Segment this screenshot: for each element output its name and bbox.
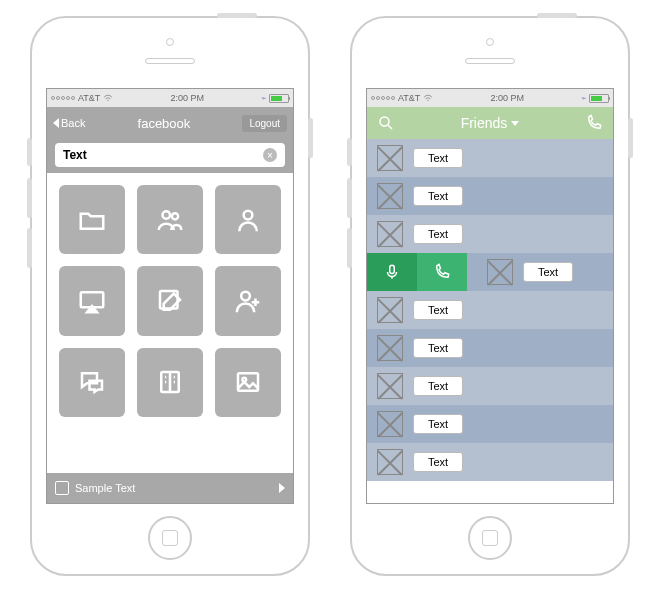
person-icon <box>233 205 263 235</box>
phone-mockup-right: AT&T 2:00 PM ⌁ Friends TextTextTextTextT… <box>350 16 630 576</box>
volume-down <box>347 228 352 268</box>
clock-label: 2:00 PM <box>170 93 204 103</box>
chevron-right-icon <box>279 483 285 493</box>
clear-icon[interactable]: × <box>263 148 277 162</box>
tile-airplay[interactable] <box>59 266 125 335</box>
chevron-left-icon <box>53 118 59 128</box>
svg-point-2 <box>244 210 253 219</box>
earpiece-speaker <box>145 58 195 64</box>
home-button[interactable] <box>148 516 192 560</box>
text-button[interactable]: Text <box>523 262 573 282</box>
search-icon[interactable] <box>377 114 395 132</box>
title-dropdown[interactable]: Friends <box>461 115 520 131</box>
clock-label: 2:00 PM <box>490 93 524 103</box>
page-title: facebook <box>138 116 191 131</box>
front-camera <box>486 38 494 46</box>
airplay-icon <box>77 286 107 316</box>
chevron-down-icon <box>511 121 519 126</box>
svg-point-1 <box>172 213 178 219</box>
earpiece-speaker <box>465 58 515 64</box>
search-bar: Text × <box>47 139 293 173</box>
bluetooth-icon: ⌁ <box>581 93 586 103</box>
home-button[interactable] <box>468 516 512 560</box>
tile-folder[interactable] <box>59 185 125 254</box>
text-button[interactable]: Text <box>413 148 463 168</box>
volume-down <box>27 228 32 268</box>
tile-chat[interactable] <box>59 348 125 417</box>
phone-icon[interactable] <box>585 114 603 132</box>
add-person-icon <box>233 286 263 316</box>
checkbox[interactable] <box>55 481 69 495</box>
back-label: Back <box>61 117 85 129</box>
call-action[interactable] <box>417 253 467 291</box>
list-item[interactable]: Text <box>367 367 613 405</box>
svg-point-0 <box>163 211 171 219</box>
list-item[interactable]: Text <box>367 329 613 367</box>
mute-switch <box>27 138 32 166</box>
mute-switch <box>347 138 352 166</box>
list-item[interactable]: Text <box>367 443 613 481</box>
text-button[interactable]: Text <box>413 414 463 434</box>
list-item[interactable]: Text <box>367 291 613 329</box>
text-button[interactable]: Text <box>413 452 463 472</box>
battery-icon <box>589 94 609 103</box>
text-button[interactable]: Text <box>413 338 463 358</box>
carrier-label: AT&T <box>78 93 100 103</box>
bluetooth-icon: ⌁ <box>261 93 266 103</box>
wifi-icon <box>103 94 113 102</box>
signal-icon <box>51 96 75 100</box>
list-item[interactable]: Text <box>367 139 613 177</box>
tile-add-person[interactable] <box>215 266 281 335</box>
tile-group[interactable] <box>137 185 203 254</box>
screen-left: AT&T 2:00 PM ⌁ Back facebook Logout Text… <box>46 88 294 504</box>
list-item[interactable]: Text <box>367 405 613 443</box>
signal-icon <box>371 96 395 100</box>
battery-icon <box>269 94 289 103</box>
text-button[interactable]: Text <box>413 186 463 206</box>
phone-mockup-left: AT&T 2:00 PM ⌁ Back facebook Logout Text… <box>30 16 310 576</box>
status-bar: AT&T 2:00 PM ⌁ <box>47 89 293 107</box>
chat-icon <box>77 367 107 397</box>
volume-up <box>27 178 32 218</box>
list-item[interactable]: Text <box>367 177 613 215</box>
text-button[interactable]: Text <box>413 224 463 244</box>
volume-up <box>347 178 352 218</box>
tile-person[interactable] <box>215 185 281 254</box>
tile-compose[interactable] <box>137 266 203 335</box>
avatar-placeholder <box>377 373 403 399</box>
logout-button[interactable]: Logout <box>242 115 287 132</box>
group-icon <box>155 205 185 235</box>
image-icon <box>233 367 263 397</box>
screen-right: AT&T 2:00 PM ⌁ Friends TextTextTextTextT… <box>366 88 614 504</box>
avatar-placeholder <box>377 335 403 361</box>
power-button-top <box>217 13 257 18</box>
svg-rect-7 <box>238 373 258 391</box>
title-label: Friends <box>461 115 508 131</box>
app-grid <box>47 173 293 421</box>
back-button[interactable]: Back <box>53 117 85 129</box>
list-item[interactable]: Text <box>367 253 613 291</box>
phone-icon <box>433 263 451 281</box>
tile-image[interactable] <box>215 348 281 417</box>
mic-action[interactable] <box>367 253 417 291</box>
carrier-label: AT&T <box>398 93 420 103</box>
footer-bar[interactable]: Sample Text <box>47 473 293 503</box>
side-button <box>308 118 313 158</box>
text-button[interactable]: Text <box>413 376 463 396</box>
side-button <box>628 118 633 158</box>
search-value: Text <box>63 148 87 162</box>
search-input[interactable]: Text × <box>55 143 285 167</box>
footer-label: Sample Text <box>75 482 135 494</box>
nav-bar-green: Friends <box>367 107 613 139</box>
avatar-placeholder <box>377 297 403 323</box>
svg-point-5 <box>241 292 250 301</box>
list-item[interactable]: Text <box>367 215 613 253</box>
avatar-placeholder <box>377 145 403 171</box>
tile-book[interactable] <box>137 348 203 417</box>
front-camera <box>166 38 174 46</box>
text-button[interactable]: Text <box>413 300 463 320</box>
avatar-placeholder <box>377 183 403 209</box>
status-bar: AT&T 2:00 PM ⌁ <box>367 89 613 107</box>
book-icon <box>155 367 185 397</box>
friends-list: TextTextTextTextTextTextTextTextText <box>367 139 613 481</box>
